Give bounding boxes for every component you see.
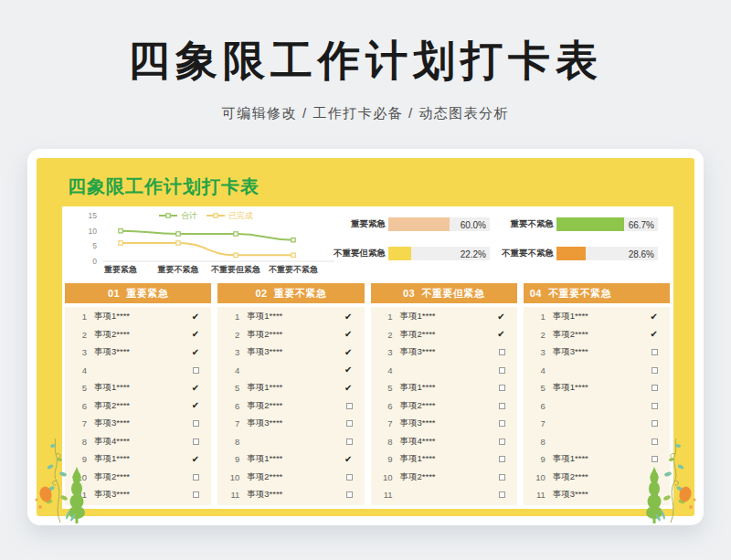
row-item-text: 事项3**** bbox=[400, 417, 436, 429]
check-icon[interactable]: ✔ bbox=[192, 312, 199, 322]
row-item-text: 事项3**** bbox=[247, 346, 282, 358]
row-item-text: 事项1**** bbox=[247, 311, 282, 322]
check-icon[interactable]: ✔ bbox=[344, 455, 352, 464]
row-number: 6 bbox=[531, 401, 546, 411]
check-mark: ✔ bbox=[651, 312, 658, 322]
task-row: 7事项3**** bbox=[217, 415, 364, 433]
check-icon[interactable]: ✔ bbox=[192, 401, 199, 410]
row-number: 4 bbox=[378, 365, 393, 375]
template-preview-card: 四象限工作计划打卡表 051015重要紧急重要不紧急不重要但紧急不重要不紧急合计… bbox=[27, 149, 704, 525]
task-row: 4 bbox=[65, 362, 211, 380]
check-icon[interactable]: ✔ bbox=[344, 365, 352, 375]
progress-bar-row: 重要紧急60.0% bbox=[333, 217, 490, 231]
checkbox-icon[interactable] bbox=[652, 367, 658, 374]
empty-checkbox bbox=[499, 456, 505, 462]
checkbox-icon[interactable] bbox=[652, 349, 658, 355]
check-icon[interactable]: ✔ bbox=[497, 312, 504, 322]
checkbox-icon[interactable] bbox=[193, 491, 199, 498]
check-icon[interactable]: ✔ bbox=[497, 330, 504, 339]
checkbox-icon[interactable] bbox=[499, 349, 505, 355]
checkbox-icon[interactable] bbox=[652, 385, 658, 391]
row-number: 5 bbox=[378, 383, 393, 393]
empty-checkbox bbox=[499, 474, 505, 481]
row-item-text: 事项2**** bbox=[247, 400, 282, 412]
checkbox-icon[interactable] bbox=[499, 456, 505, 462]
task-row: 6事项2**** bbox=[217, 397, 364, 416]
row-item-text: 事项3**** bbox=[94, 489, 130, 501]
checkbox-icon[interactable] bbox=[652, 420, 658, 427]
task-row: 5事项1****✔ bbox=[217, 379, 364, 397]
check-icon[interactable]: ✔ bbox=[651, 312, 658, 322]
svg-text:不重要不紧急: 不重要不紧急 bbox=[268, 265, 319, 274]
check-mark: ✔ bbox=[192, 455, 199, 464]
checkbox-icon[interactable] bbox=[652, 438, 658, 445]
quadrant-code: 04 bbox=[530, 288, 542, 299]
checkbox-icon[interactable] bbox=[652, 403, 658, 409]
svg-text:5: 5 bbox=[92, 241, 97, 250]
checkbox-icon[interactable] bbox=[346, 438, 353, 445]
checkbox-icon[interactable] bbox=[652, 456, 658, 462]
check-icon[interactable]: ✔ bbox=[344, 348, 352, 357]
checkbox-icon[interactable] bbox=[499, 474, 505, 481]
check-icon[interactable]: ✔ bbox=[651, 330, 658, 339]
checkbox-icon[interactable] bbox=[499, 420, 505, 427]
checkbox-icon[interactable] bbox=[193, 438, 199, 445]
quadrant-header: 02重要不紧急 bbox=[217, 283, 364, 303]
check-icon[interactable]: ✔ bbox=[192, 330, 199, 339]
row-item-text: 事项1**** bbox=[94, 311, 130, 322]
task-row: 5事项1**** bbox=[371, 379, 517, 397]
checkbox-icon[interactable] bbox=[499, 491, 505, 498]
row-item-text: 事项3**** bbox=[247, 417, 282, 429]
check-mark: ✔ bbox=[497, 330, 504, 339]
checkbox-icon[interactable] bbox=[499, 403, 505, 409]
row-number: 1 bbox=[378, 312, 393, 322]
checkbox-icon[interactable] bbox=[193, 474, 199, 481]
progress-label: 不重要但紧急 bbox=[333, 248, 386, 259]
empty-checkbox bbox=[652, 420, 658, 427]
task-row: 4 bbox=[371, 362, 517, 380]
row-number: 8 bbox=[225, 437, 239, 447]
row-item-text: 事项3**** bbox=[553, 346, 588, 358]
task-row: 9事项1****✔ bbox=[65, 450, 211, 469]
checkbox-icon[interactable] bbox=[346, 420, 353, 427]
task-row: 5事项1**** bbox=[524, 379, 670, 397]
check-icon[interactable]: ✔ bbox=[344, 312, 352, 322]
empty-checkbox bbox=[499, 367, 505, 374]
checkbox-icon[interactable] bbox=[499, 367, 505, 374]
check-icon[interactable]: ✔ bbox=[192, 384, 199, 393]
checkbox-icon[interactable] bbox=[346, 403, 353, 409]
task-row: 2事项2****✔ bbox=[371, 326, 517, 344]
check-icon[interactable]: ✔ bbox=[344, 330, 352, 339]
task-row: 1事项1****✔ bbox=[217, 308, 364, 326]
checkbox-icon[interactable] bbox=[193, 367, 199, 374]
svg-text:重要不紧急: 重要不紧急 bbox=[157, 265, 200, 274]
sheet-panel: 051015重要紧急重要不紧急不重要但紧急不重要不紧急合计已完成 重要紧急60.… bbox=[62, 206, 673, 509]
task-row: 7事项3**** bbox=[65, 415, 211, 433]
checkbox-icon[interactable] bbox=[346, 491, 353, 498]
task-row: 11事项3**** bbox=[217, 486, 364, 504]
task-row: 4✔ bbox=[217, 362, 364, 380]
check-icon[interactable]: ✔ bbox=[344, 384, 352, 393]
row-number: 7 bbox=[531, 418, 546, 428]
progress-track: 60.0% bbox=[388, 217, 490, 231]
quadrant-rows: 1事项1****✔2事项2****✔3事项3****45事项1****6789事… bbox=[524, 307, 670, 505]
row-item-text: 事项1**** bbox=[247, 453, 282, 465]
row-item-text: 事项2**** bbox=[400, 329, 436, 341]
checkbox-icon[interactable] bbox=[193, 420, 199, 427]
progress-track: 28.6% bbox=[556, 247, 658, 260]
checkbox-icon[interactable] bbox=[499, 385, 505, 391]
quadrant-title: 不重要不紧急 bbox=[548, 287, 611, 301]
page-title: 四象限工作计划打卡表 bbox=[0, 33, 731, 90]
checkbox-icon[interactable] bbox=[652, 474, 658, 481]
quadrant-grid: 01重要紧急1事项1****✔2事项2****✔3事项3****✔45事项1**… bbox=[65, 283, 670, 505]
checkbox-icon[interactable] bbox=[346, 474, 353, 481]
task-row: 2事项2****✔ bbox=[524, 326, 670, 344]
check-icon[interactable]: ✔ bbox=[192, 455, 199, 464]
task-row: 8 bbox=[524, 433, 670, 451]
check-icon[interactable]: ✔ bbox=[192, 348, 199, 357]
task-row: 3事项3**** bbox=[524, 343, 670, 362]
checkbox-icon[interactable] bbox=[499, 438, 505, 445]
checkbox-icon[interactable] bbox=[652, 491, 658, 498]
row-item-text: 事项2**** bbox=[94, 329, 130, 341]
row-item-text: 事项1**** bbox=[94, 453, 130, 465]
